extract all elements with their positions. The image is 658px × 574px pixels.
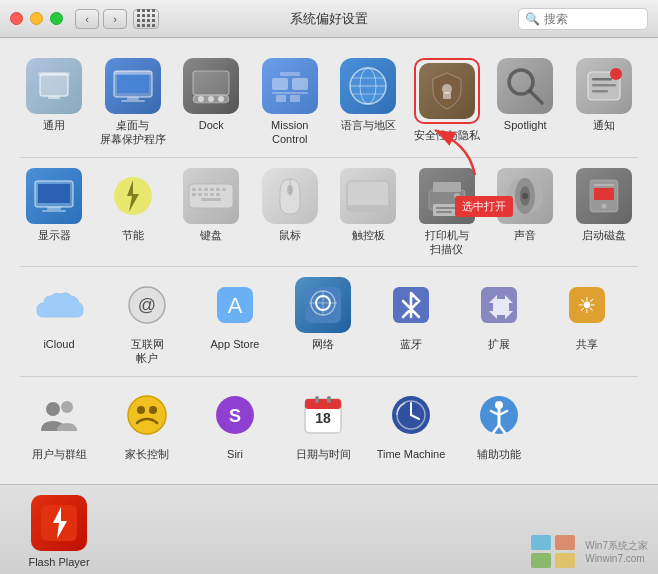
main-content: 通用 桌面与屏幕保护程序: [0, 38, 658, 481]
icon-item-flash[interactable]: Flash Player: [20, 495, 98, 569]
svg-rect-42: [192, 188, 196, 191]
icon-item-extensions[interactable]: 扩展: [460, 277, 538, 351]
icon-item-timemachine[interactable]: Time Machine: [372, 387, 450, 461]
icon-item-desktop[interactable]: 桌面与屏幕保护程序: [99, 58, 168, 147]
icon-item-icloud[interactable]: iCloud: [20, 277, 98, 351]
icon-item-printer[interactable]: 打印机与扫描仪: [413, 168, 482, 257]
icon-item-display[interactable]: 显示器: [20, 168, 89, 242]
icon-item-notification[interactable]: 通知: [570, 58, 639, 132]
svg-text:☀: ☀: [577, 293, 597, 318]
flash-label: Flash Player: [28, 555, 89, 569]
search-box[interactable]: 🔍: [518, 8, 648, 30]
forward-button[interactable]: ›: [103, 9, 127, 29]
datetime-label: 日期与时间: [296, 447, 351, 461]
row-hardware: 显示器 节能: [20, 158, 638, 268]
svg-rect-14: [292, 78, 308, 90]
appstore-svg: A: [213, 283, 257, 327]
svg-rect-44: [204, 188, 208, 191]
spotlight-icon: [497, 58, 553, 114]
icon-item-parental[interactable]: 家长控制: [108, 387, 186, 461]
language-label: 语言与地区: [341, 118, 396, 132]
minimize-button[interactable]: [30, 12, 43, 25]
network-label: 网络: [312, 337, 334, 351]
icon-item-sound[interactable]: 声音: [491, 168, 560, 242]
bottom-section: Flash Player Win7系统之家 Winwin7.com: [0, 484, 658, 574]
display-svg: [32, 176, 76, 216]
grid-view-button[interactable]: [133, 9, 159, 29]
icon-item-mission[interactable]: MissionControl: [256, 58, 325, 147]
security-highlight-box: [414, 58, 480, 124]
svg-rect-112: [531, 535, 551, 550]
icon-item-appstore[interactable]: A App Store: [196, 277, 274, 351]
svg-rect-6: [127, 97, 139, 100]
svg-rect-17: [276, 95, 286, 102]
security-icon: [419, 63, 475, 119]
icon-item-security[interactable]: 安全性与隐私: [413, 58, 482, 142]
notification-icon: [576, 58, 632, 114]
desktop-icon: [105, 58, 161, 114]
icon-item-accessibility[interactable]: 辅助功能: [460, 387, 538, 461]
icon-item-energy[interactable]: 节能: [99, 168, 168, 242]
timemachine-svg: [389, 393, 433, 437]
svg-point-67: [522, 193, 528, 199]
icon-item-startup[interactable]: 启动磁盘: [570, 168, 639, 242]
printer-label: 打印机与扫描仪: [425, 228, 469, 257]
icon-item-bluetooth[interactable]: 蓝牙: [372, 277, 450, 351]
icon-item-internet[interactable]: @ 互联网帐户: [108, 277, 186, 366]
mission-icon: [262, 58, 318, 114]
svg-rect-115: [555, 553, 575, 568]
svg-rect-45: [210, 188, 214, 191]
mouse-icon: [262, 168, 318, 224]
icon-item-dock[interactable]: Dock: [177, 58, 246, 132]
icon-item-general[interactable]: 通用: [20, 58, 89, 132]
icon-item-language[interactable]: 语言与地区: [334, 58, 403, 132]
svg-rect-95: [305, 399, 341, 409]
keyboard-icon: [183, 168, 239, 224]
search-input[interactable]: [544, 12, 634, 26]
icon-item-users[interactable]: 用户与群组: [20, 387, 98, 461]
svg-rect-7: [121, 100, 145, 102]
svg-point-71: [601, 203, 606, 208]
mission-svg: [268, 66, 312, 106]
svg-rect-61: [436, 207, 458, 209]
parental-label: 家长控制: [125, 447, 169, 461]
accessibility-label: 辅助功能: [477, 447, 521, 461]
back-button[interactable]: ‹: [75, 9, 99, 29]
svg-point-86: [46, 402, 60, 416]
svg-rect-13: [272, 78, 288, 90]
icon-item-keyboard[interactable]: 键盘: [177, 168, 246, 242]
energy-label: 节能: [122, 228, 144, 242]
icon-item-sharing[interactable]: ☀ 共享: [548, 277, 626, 351]
maximize-button[interactable]: [50, 12, 63, 25]
energy-icon: [105, 168, 161, 224]
bluetooth-svg: [389, 283, 433, 327]
icon-item-trackpad[interactable]: 触控板: [334, 168, 403, 242]
svg-rect-0: [40, 74, 68, 96]
close-button[interactable]: [10, 12, 23, 25]
icon-item-datetime[interactable]: 18 日期与时间: [284, 387, 362, 461]
svg-point-55: [287, 185, 293, 195]
icon-item-spotlight[interactable]: Spotlight: [491, 58, 560, 132]
dock-label: Dock: [199, 118, 224, 132]
icloud-label: iCloud: [43, 337, 74, 351]
grid-dots-icon: [137, 9, 156, 28]
icon-item-mouse[interactable]: 鼠标: [256, 168, 325, 242]
svg-rect-38: [42, 210, 66, 212]
icon-item-network[interactable]: 网络: [284, 277, 362, 351]
startup-label: 启动磁盘: [582, 228, 626, 242]
svg-rect-18: [290, 95, 300, 102]
printer-icon: [419, 168, 475, 224]
svg-rect-57: [347, 205, 389, 211]
general-label: 通用: [43, 118, 65, 132]
trackpad-icon: [340, 168, 396, 224]
svg-rect-59: [433, 182, 461, 192]
sound-svg: [503, 174, 547, 218]
svg-text:S: S: [229, 406, 241, 426]
svg-point-91: [149, 406, 157, 414]
svg-point-90: [137, 406, 145, 414]
icon-item-siri[interactable]: S Siri: [196, 387, 274, 461]
network-svg: [301, 283, 345, 327]
svg-rect-96: [315, 396, 319, 403]
general-svg: [34, 66, 74, 106]
network-icon: [295, 277, 351, 333]
